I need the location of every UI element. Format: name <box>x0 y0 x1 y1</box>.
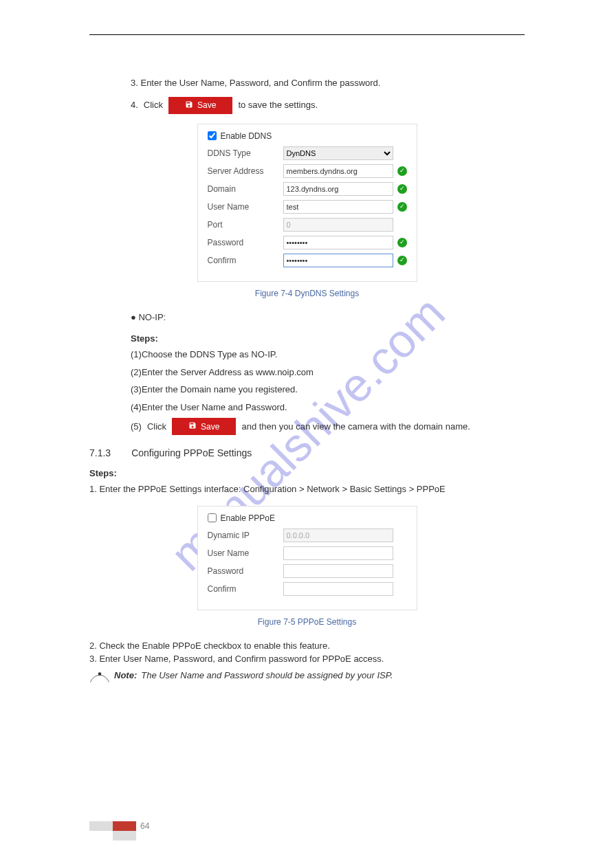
figure-1-caption: Figure 7-4 DynDNS Settings <box>89 289 525 298</box>
domain-label: Domain <box>208 184 283 194</box>
noip-step-4: (4)Enter the User Name and Password. <box>131 401 525 414</box>
pppoe-confirm-input[interactable] <box>283 582 393 596</box>
domain-input[interactable] <box>283 182 393 196</box>
note-icon <box>89 670 110 686</box>
port-label: Port <box>208 220 283 230</box>
header-rule <box>89 34 525 35</box>
noip-heading: ● NO-IP: <box>131 311 525 324</box>
pppoe-step-2: 2. Check the Enable PPPoE checkbox to en… <box>89 639 525 653</box>
server-address-input[interactable] <box>283 164 393 178</box>
check-icon <box>397 184 407 194</box>
noip-step-1: (1)Choose the DDNS Type as NO-IP. <box>131 348 525 361</box>
ddns-panel: Enable DDNS DDNS Type DynDNS Server Addr… <box>197 124 417 282</box>
port-input[interactable] <box>283 218 393 232</box>
confirm-label: Confirm <box>208 256 283 265</box>
enable-ddns-label: Enable DDNS <box>221 131 272 141</box>
enable-pppoe-checkbox[interactable] <box>208 513 217 522</box>
save-icon <box>185 100 193 111</box>
pppoe-confirm-label: Confirm <box>208 584 283 594</box>
svg-point-0 <box>98 672 102 676</box>
enable-pppoe-label: Enable PPPoE <box>221 513 275 523</box>
pppoe-user-label: User Name <box>208 548 283 558</box>
section-heading: 7.1.3 Configuring PPPoE Settings <box>89 447 525 458</box>
dynamicip-input[interactable] <box>283 528 393 542</box>
note-text: The User Name and Password should be ass… <box>141 670 393 686</box>
confirm-input[interactable] <box>283 254 393 267</box>
section-title: Configuring PPPoE Settings <box>131 447 252 458</box>
pppoe-pass-label: Password <box>208 566 283 576</box>
password-input[interactable] <box>283 236 393 249</box>
check-icon <box>397 202 407 212</box>
noip-step-5-a: Click <box>147 420 166 434</box>
noip-step-3: (3)Enter the Domain name you registered. <box>131 383 525 397</box>
figure-2-caption: Figure 7-5 PPPoE Settings <box>89 617 525 627</box>
step-4-b: to save the settings. <box>238 98 318 112</box>
noip-step-5: (5) Click Save and then you can view the… <box>131 418 525 435</box>
noip-step-5-b: and then you can view the camera with th… <box>241 420 470 434</box>
pppoe-step-3: 3. Enter User Name, Password, and Confir… <box>89 652 525 666</box>
pppoe-pass-input[interactable] <box>283 564 393 578</box>
steps-label-1: Steps: <box>131 333 525 344</box>
username-label: User Name <box>208 202 283 212</box>
page-footer: 64 <box>89 821 149 841</box>
footer-swatch-red <box>113 821 136 831</box>
pppoe-figure: Enable PPPoE Dynamic IP User Name Passwo… <box>89 506 525 610</box>
check-icon <box>397 238 407 247</box>
server-address-label: Server Address <box>208 166 283 176</box>
page-number: 64 <box>140 821 149 831</box>
password-label: Password <box>208 238 283 247</box>
noip-step-2: (2)Enter the Server Address as www.noip.… <box>131 366 525 379</box>
dynamicip-label: Dynamic IP <box>208 531 283 540</box>
pppoe-panel: Enable PPPoE Dynamic IP User Name Passwo… <box>197 506 417 610</box>
note-row: Note: The User Name and Password should … <box>89 670 525 686</box>
save-button[interactable]: Save <box>168 97 232 114</box>
page-content: 3. Enter the User Name, Password, and Co… <box>89 34 525 686</box>
save-label: Save <box>197 100 216 110</box>
step-4-a: Click <box>144 98 163 112</box>
footer-swatch-grey <box>89 821 113 831</box>
step-3-num: 3. <box>131 78 138 88</box>
footer-swatch-grey2 <box>113 831 136 841</box>
ddns-type-select[interactable]: DynDNS <box>283 146 393 160</box>
section-number: 7.1.3 <box>89 447 111 458</box>
step-3: 3. Enter the User Name, Password, and Co… <box>131 76 525 90</box>
enable-ddns-checkbox[interactable] <box>208 131 217 140</box>
save-label-2: Save <box>201 422 219 432</box>
username-input[interactable] <box>283 200 393 214</box>
steps-label-2: Steps: <box>89 468 525 478</box>
save-button-2[interactable]: Save <box>172 418 236 435</box>
check-icon <box>397 256 407 265</box>
ddns-type-label: DDNS Type <box>208 148 283 158</box>
step-4-num: 4. <box>131 98 138 112</box>
check-icon <box>397 166 407 176</box>
note-label: Note: <box>114 670 137 686</box>
ddns-figure: Enable DDNS DDNS Type DynDNS Server Addr… <box>89 124 525 282</box>
save-icon <box>188 421 197 432</box>
step-3-text: Enter the User Name, Password, and Confi… <box>140 78 380 88</box>
pppoe-user-input[interactable] <box>283 546 393 560</box>
pppoe-step-1: 1. Enter the PPPoE Settings interface: C… <box>89 482 525 496</box>
